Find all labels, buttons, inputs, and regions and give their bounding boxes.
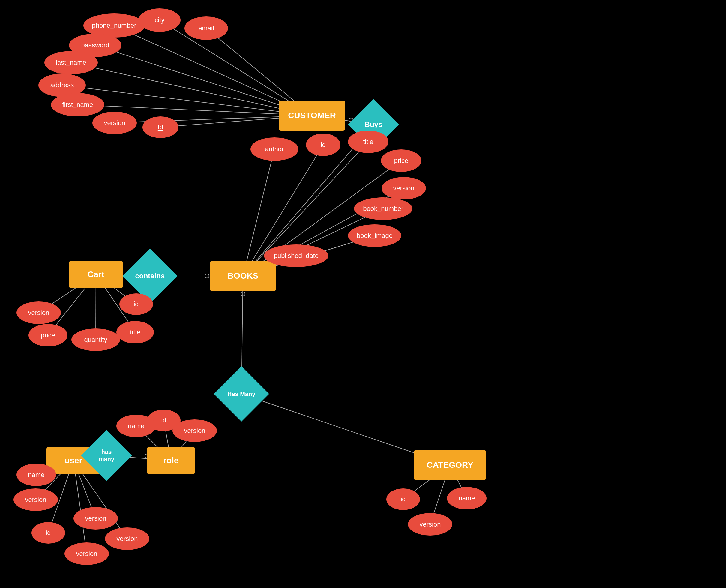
entity-category: CATEGORY [414,450,486,480]
attr-email: email [185,17,228,40]
attr-id-user: id [31,522,65,544]
attr-price-cart: price [28,324,67,346]
attr-id-cust: Id [143,117,178,138]
attr-id-cat: id [386,488,420,510]
attr-version-cart: version [17,301,61,324]
attr-version-user2: version [64,542,109,565]
attr-name-cat: name [447,487,487,509]
attr-title-books: title [348,130,388,153]
attr-name-role: name [116,415,156,437]
attr-book-image: book_image [348,225,401,247]
attr-title-cart: title [116,321,154,343]
attr-name-user: name [17,463,56,486]
attr-version-user4: version [73,507,118,529]
attr-book-number: book_number [354,197,412,220]
attr-version-books: version [382,177,426,200]
svg-line-4 [71,63,312,115]
attr-published-date: published_date [264,245,328,267]
attr-version-user1: version [14,488,58,511]
svg-line-36 [73,461,87,553]
attr-id-books: id [306,133,341,156]
attr-first-name: first_name [51,93,104,117]
attr-last-name: last_name [44,51,98,75]
attr-price-books: price [381,149,422,172]
attr-version-user3: version [105,527,149,550]
entity-role: role [147,447,195,474]
entity-books: BOOKS [210,261,276,291]
entity-cart: Cart [69,261,123,288]
attr-quantity-cart: quantity [71,329,120,351]
attr-version-cat: version [408,513,452,536]
attr-version-cust: version [92,111,137,134]
attr-author: author [251,138,299,161]
entity-customer: CUSTOMER [279,101,345,130]
attr-version-role: version [172,419,217,442]
attr-id-cart: id [120,293,153,315]
attr-city: city [138,8,180,32]
